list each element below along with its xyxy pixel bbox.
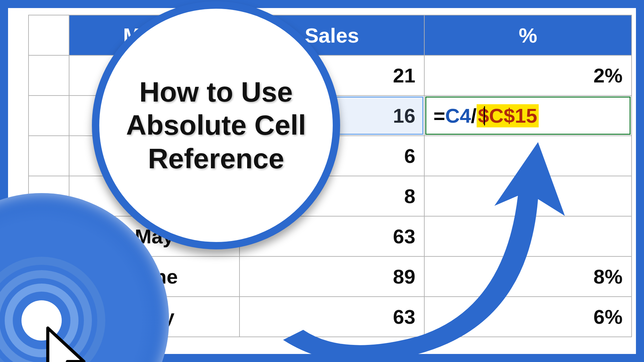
header-pct: % [424,15,632,55]
headline-text: How to Use Absolute Cell Reference [126,75,306,175]
gutter-cell [29,55,69,96]
cursor-icon [42,325,95,362]
formula-operator: / [471,104,477,127]
cell-sales[interactable]: 63 [239,297,425,337]
cell-pct[interactable]: 8% [424,256,632,297]
cell-pct[interactable] [424,136,632,176]
formula-relative-ref: C4 [445,104,471,127]
cell-pct[interactable] [424,176,632,216]
cell-sales[interactable]: 89 [239,256,425,297]
headline-line: Reference [148,143,284,174]
brand-logo [0,193,169,362]
thumbnail-frame: Month Sales % January 21 2% February 16 [0,0,644,362]
gutter-cell [29,96,69,136]
cell-pct[interactable] [424,216,632,256]
formula-absolute-ref: $C$15 [477,104,539,127]
formula-prefix: = [433,104,445,127]
formula-absolute-ref-text: $C$15 [478,105,537,127]
text-caret [484,106,485,125]
spreadsheet-surface: Month Sales % January 21 2% February 16 [8,8,636,354]
cell-formula-editing[interactable]: =C4/$C$15 [424,96,632,136]
gutter-cell [29,15,69,55]
cell-pct[interactable]: 6% [424,297,632,337]
formula-content: =C4/$C$15 [433,104,538,127]
headline-line: Absolute Cell [126,109,306,141]
cell-pct[interactable]: 2% [424,55,632,96]
headline-line: How to Use [139,76,292,108]
gutter-cell [29,136,69,176]
